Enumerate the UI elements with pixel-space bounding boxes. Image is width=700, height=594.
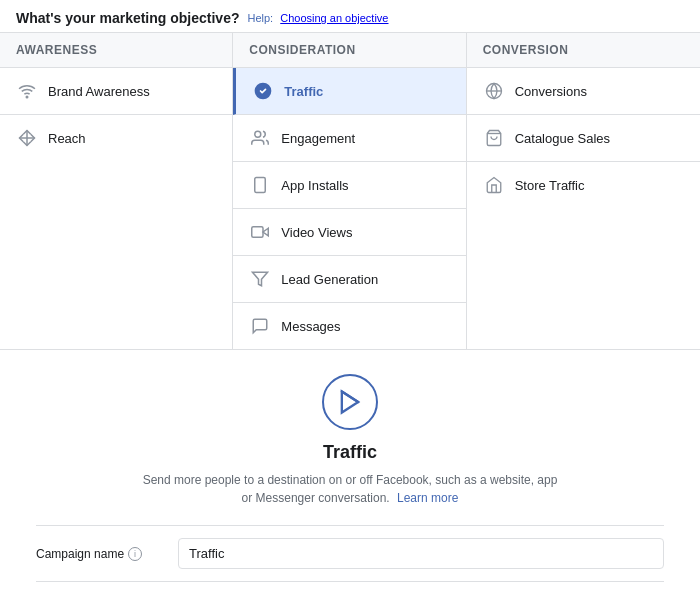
detail-icon-circle xyxy=(322,374,378,430)
detail-title: Traffic xyxy=(323,442,377,463)
reach-item[interactable]: Reach xyxy=(0,115,232,161)
split-test-row: Create split test i A/B test your creati… xyxy=(36,581,664,594)
learn-more-link[interactable]: Learn more xyxy=(397,491,458,505)
awareness-header: Awareness xyxy=(0,33,232,68)
engagement-item[interactable]: Engagement xyxy=(233,115,465,162)
svg-point-0 xyxy=(26,96,28,98)
form-section: Campaign name i Create split test i xyxy=(16,525,684,594)
help-link[interactable]: Choosing an objective xyxy=(280,12,388,24)
catalogue-sales-item[interactable]: Catalogue Sales xyxy=(467,115,700,162)
lead-generation-icon xyxy=(249,268,271,290)
store-traffic-icon xyxy=(483,174,505,196)
store-traffic-label: Store Traffic xyxy=(515,178,585,193)
messages-icon xyxy=(249,315,271,337)
help-prefix: Help: Choosing an objective xyxy=(248,12,389,24)
conversions-icon xyxy=(483,80,505,102)
catalogue-sales-label: Catalogue Sales xyxy=(515,131,610,146)
engagement-icon xyxy=(249,127,271,149)
conversions-item[interactable]: Conversions xyxy=(467,68,700,115)
traffic-item[interactable]: Traffic xyxy=(233,68,465,115)
store-traffic-item[interactable]: Store Traffic xyxy=(467,162,700,208)
svg-marker-9 xyxy=(253,272,268,286)
campaign-name-label: Campaign name i xyxy=(36,547,166,561)
brand-awareness-label: Brand Awareness xyxy=(48,84,150,99)
lead-generation-item[interactable]: Lead Generation xyxy=(233,256,465,303)
campaign-name-input[interactable] xyxy=(178,538,664,569)
catalogue-sales-icon xyxy=(483,127,505,149)
traffic-check-icon xyxy=(252,80,274,102)
reach-label: Reach xyxy=(48,131,86,146)
conversions-label: Conversions xyxy=(515,84,587,99)
app-installs-item[interactable]: App Installs xyxy=(233,162,465,209)
consideration-header: Consideration xyxy=(233,33,465,68)
header: What's your marketing objective? Help: C… xyxy=(0,0,700,33)
svg-marker-7 xyxy=(263,228,268,236)
conversion-header: Conversion xyxy=(467,33,700,68)
wifi-icon xyxy=(16,80,38,102)
messages-item[interactable]: Messages xyxy=(233,303,465,349)
traffic-label: Traffic xyxy=(284,84,323,99)
lead-generation-label: Lead Generation xyxy=(281,272,378,287)
detail-section: Traffic Send more people to a destinatio… xyxy=(0,350,700,594)
snowflake-icon xyxy=(16,127,38,149)
page-title: What's your marketing objective? xyxy=(16,10,240,26)
app-installs-label: App Installs xyxy=(281,178,348,193)
campaign-name-row: Campaign name i xyxy=(36,525,664,581)
objective-grid: Awareness Brand Awareness xyxy=(0,33,700,350)
brand-awareness-item[interactable]: Brand Awareness xyxy=(0,68,232,115)
awareness-column: Awareness Brand Awareness xyxy=(0,33,233,349)
page-wrapper: What's your marketing objective? Help: C… xyxy=(0,0,700,594)
svg-rect-8 xyxy=(252,227,263,238)
conversion-column: Conversion Conversions xyxy=(467,33,700,349)
app-installs-icon xyxy=(249,174,271,196)
svg-point-4 xyxy=(255,131,261,137)
video-views-icon xyxy=(249,221,271,243)
engagement-label: Engagement xyxy=(281,131,355,146)
messages-label: Messages xyxy=(281,319,340,334)
detail-description: Send more people to a destination on or … xyxy=(140,471,560,507)
video-views-item[interactable]: Video Views xyxy=(233,209,465,256)
video-views-label: Video Views xyxy=(281,225,352,240)
campaign-name-info-icon[interactable]: i xyxy=(128,547,142,561)
consideration-column: Consideration Traffic xyxy=(233,33,466,349)
